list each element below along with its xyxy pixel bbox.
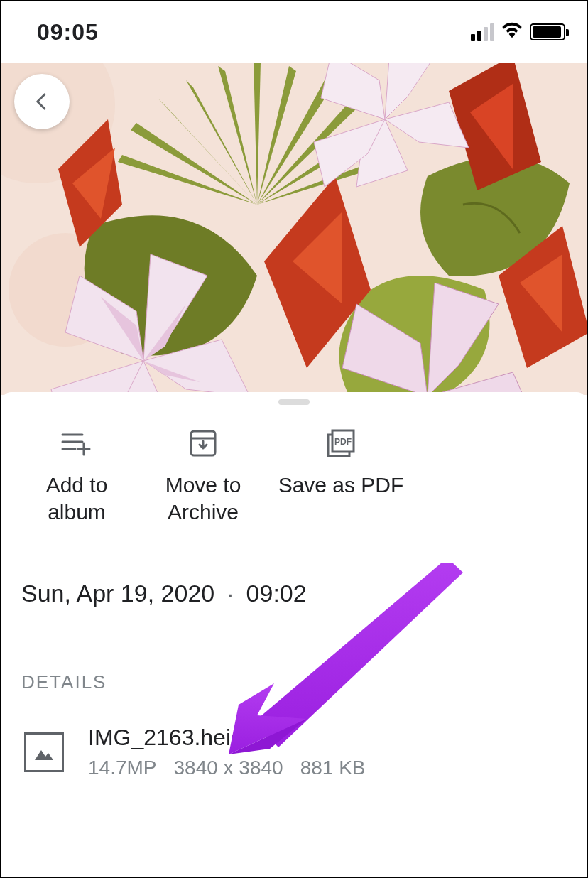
save-as-pdf-button[interactable]: PDF Save as PDF: [270, 428, 412, 525]
chevron-left-icon: [31, 91, 53, 112]
details-sheet: Add to album Move to Archive PDF Save as…: [1, 392, 587, 877]
svg-marker-48: [35, 750, 53, 760]
file-size: 881 KB: [300, 757, 366, 779]
battery-icon: [530, 23, 565, 40]
add-to-album-button[interactable]: Add to album: [17, 428, 136, 525]
photo-datetime[interactable]: Sun, Apr 19, 2020 · 09:02: [1, 551, 587, 629]
file-name: IMG_2163.heic: [88, 725, 366, 751]
image-file-icon: [24, 732, 64, 772]
svg-text:PDF: PDF: [334, 437, 352, 447]
clock: 09:05: [37, 19, 99, 45]
wifi-icon: [501, 21, 523, 43]
photo-preview[interactable]: [1, 63, 587, 395]
photo-time: 09:02: [246, 580, 307, 607]
file-megapixels: 14.7MP: [88, 757, 157, 779]
photo-date: Sun, Apr 19, 2020: [21, 580, 214, 607]
file-dimensions: 3840 x 3840: [174, 757, 283, 779]
status-bar: 09:05: [1, 1, 587, 63]
status-icons: [471, 21, 565, 43]
drag-handle[interactable]: [278, 399, 310, 405]
archive-icon: [188, 428, 218, 459]
cellular-signal-icon: [471, 23, 494, 41]
back-button[interactable]: [14, 74, 70, 129]
separator-dot: ·: [227, 582, 233, 606]
file-details-row[interactable]: IMG_2163.heic 14.7MP 3840 x 3840 881 KB: [1, 708, 587, 796]
pdf-icon: PDF: [324, 428, 358, 459]
action-row: Add to album Move to Archive PDF Save as…: [1, 405, 587, 551]
action-label: Save as PDF: [278, 472, 404, 499]
file-meta: 14.7MP 3840 x 3840 881 KB: [88, 757, 366, 779]
photo-illustration: [1, 63, 587, 395]
action-label: Add to album: [17, 472, 136, 525]
add-to-album-icon: [61, 428, 92, 459]
action-label: Move to Archive: [143, 472, 263, 525]
move-to-archive-button[interactable]: Move to Archive: [143, 428, 263, 525]
details-heading: DETAILS: [1, 629, 587, 708]
